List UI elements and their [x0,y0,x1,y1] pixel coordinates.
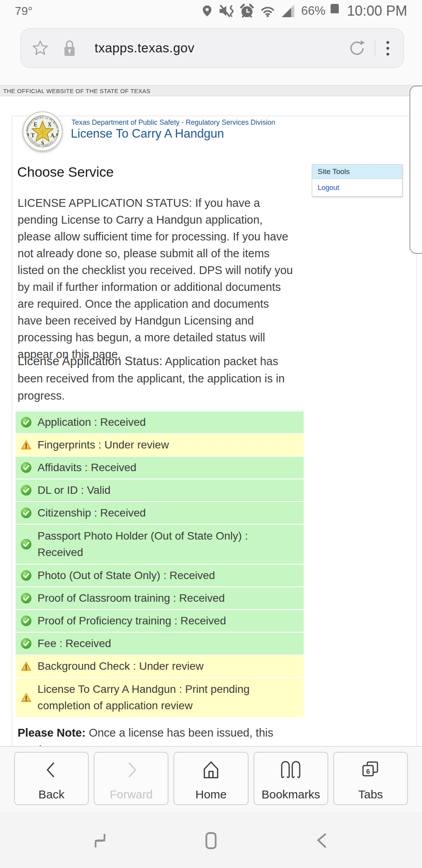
web-page: DEPARTMENT of PUBLIC SAFETY COURTESY · S… [0,96,422,746]
home-nav-button[interactable] [200,830,222,852]
site-tools-header: Site Tools [312,165,402,179]
android-nav-bar [0,812,422,868]
recents-button[interactable] [89,830,111,852]
intro-paragraph: LICENSE APPLICATION STATUS: If you have … [18,195,296,363]
tabs-icon: 6 [360,760,381,780]
status-row: Proof of Classroom training : Received [16,587,304,610]
check-icon [21,570,32,581]
status-summary-label: License Application Status: [18,354,163,368]
battery-percent: 66% [301,4,325,18]
home-nav-icon [201,830,221,851]
check-icon [21,485,32,496]
android-status-bar: 79° 66% 10:00 PM [0,0,422,22]
check-icon [21,615,32,626]
status-row: Background Check : Under review [16,655,304,678]
status-row: Proof of Proficiency training : Received [16,610,304,633]
back-button[interactable]: Back [14,752,89,805]
address-bar[interactable]: txapps.texas.gov [20,28,404,68]
clock: 10:00 PM [347,3,407,19]
check-icon [21,593,32,604]
battery-icon [331,4,339,18]
home-button[interactable]: Home [173,752,248,805]
dps-seal-logo: DEPARTMENT of PUBLIC SAFETY COURTESY · S… [23,111,63,151]
status-row: Affidavits : Received [16,457,304,479]
browser-chrome: txapps.texas.gov [0,22,422,85]
status-row: Passport Photo Holder (Out of State Only… [16,525,304,565]
status-row: License To Carry A Handgun : Print pendi… [16,678,304,718]
check-icon [21,417,32,428]
recents-icon [90,830,110,851]
warning-icon [21,439,32,450]
forward-button[interactable]: Forward [94,752,168,805]
please-note-label: Please Note: [18,726,86,739]
location-icon [201,4,213,18]
site-tools-box: Site Tools Logout [312,164,402,197]
check-icon [21,638,32,649]
banner-text: THE OFFICIAL WEBSITE OF THE STATE OF TEX… [0,88,150,94]
bookmarks-button[interactable]: Bookmarks [254,752,328,805]
divider [375,39,376,57]
status-table: Application : Received Fingerprints : Un… [16,411,304,718]
logout-link[interactable]: Logout [318,184,339,192]
status-row: DL or ID : Valid [16,479,304,502]
svg-text:S: S [41,140,44,146]
back-nav-icon [312,830,332,851]
back-chevron-icon [43,760,61,780]
status-row: Fee : Received [16,633,304,655]
svg-text:X: X [48,122,52,127]
home-icon [201,760,221,780]
bookmarks-icon [280,760,301,780]
site-title-link[interactable]: License To Carry A Handgun [71,127,224,141]
status-row: Photo (Out of State Only) : Received [16,565,304,587]
tab-count: 6 [367,768,370,775]
tabs-button[interactable]: 6 Tabs [333,752,408,805]
status-row: Application : Received [16,411,304,434]
please-note: Please Note: Once a license has been iss… [18,724,307,746]
svg-text:T: T [31,133,35,138]
bookmark-star-icon[interactable] [31,39,49,57]
page-title: Choose Service [17,164,114,180]
texas-official-banner: THE OFFICIAL WEBSITE OF THE STATE OF TEX… [0,85,422,96]
status-row: Fingerprints : Under review [16,434,304,457]
signal-icon [281,4,295,18]
reload-icon[interactable] [348,39,366,57]
svg-text:A: A [50,133,55,138]
browser-toolbar: Back Forward Home Bookmarks 6 Tabs [0,746,422,812]
alarm-icon [240,4,254,18]
status-summary: License Application Status: Application … [18,353,296,404]
warning-icon [21,692,32,703]
temperature: 79° [15,4,32,18]
secure-lock-icon[interactable] [62,39,77,57]
forward-chevron-icon [122,760,140,780]
status-row: Citizenship : Received [16,502,304,525]
check-icon [21,462,32,473]
check-icon [21,539,32,550]
menu-kebab-icon[interactable] [383,39,393,57]
wifi-icon [259,5,276,17]
scrollbar-thumb[interactable] [409,86,422,254]
check-icon [21,508,32,518]
agency-line: Texas Department of Public Safety - Regu… [72,118,275,127]
warning-icon [21,661,32,672]
mute-vibrate-icon [218,4,234,18]
svg-text:E: E [34,122,37,127]
url-text[interactable]: txapps.texas.gov [95,41,348,56]
back-nav-button[interactable] [311,830,333,852]
